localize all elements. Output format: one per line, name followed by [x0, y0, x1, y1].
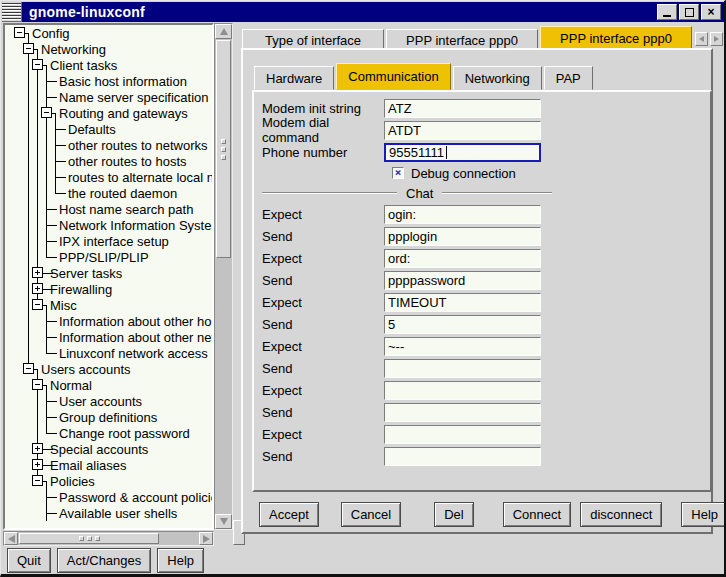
tree-expander-closed-icon[interactable]: [32, 443, 43, 454]
tree-item[interactable]: Server tasks: [5, 265, 212, 281]
act-changes-button[interactable]: Act/Changes: [57, 548, 151, 573]
chat-row-send: Send: [254, 357, 710, 379]
tab-networking[interactable]: Networking: [453, 66, 542, 90]
chat-send-input[interactable]: [384, 271, 541, 290]
tree-expander-closed-icon[interactable]: [32, 267, 43, 278]
tree-item[interactable]: Linuxconf network access: [5, 345, 212, 361]
chat-row-expect: Expect: [254, 423, 710, 445]
tree-item[interactable]: IPX interface setup: [5, 233, 212, 249]
tree-line: [55, 113, 56, 121]
scroll-left-button[interactable]: [4, 532, 18, 545]
tree-item[interactable]: Information about other netw: [5, 329, 212, 345]
close-icon: ×: [707, 6, 714, 18]
phone-number-input[interactable]: [384, 143, 541, 162]
tree-item-label: Special accounts: [50, 442, 148, 457]
maximize-button[interactable]: [679, 4, 699, 20]
connect-button[interactable]: Connect: [503, 502, 571, 527]
tree-item[interactable]: Change root password: [5, 425, 212, 441]
tree-expander-open-icon[interactable]: [41, 107, 52, 118]
tree-expander-open-icon[interactable]: [32, 59, 43, 70]
tree-item[interactable]: Special accounts: [5, 441, 212, 457]
tree-expander-closed-icon[interactable]: [32, 459, 43, 470]
tree-expander-open-icon[interactable]: [14, 27, 25, 38]
scroll-right-button[interactable]: [199, 532, 213, 545]
tree-item[interactable]: PPP/SLIP/PLIP: [5, 249, 212, 265]
chat-expect-input[interactable]: [384, 205, 541, 224]
tab-next-button[interactable]: [710, 32, 723, 46]
tree-item[interactable]: Defaults: [5, 121, 212, 137]
scroll-up-button[interactable]: [215, 24, 232, 39]
tree-line: [37, 105, 38, 121]
tree-horizontal-scrollbar[interactable]: [3, 531, 214, 546]
modem-init-input[interactable]: [384, 99, 541, 118]
tree-item[interactable]: Routing and gateways: [5, 105, 212, 121]
tree-item[interactable]: User accounts: [5, 393, 212, 409]
tree-expander-open-icon[interactable]: [23, 363, 34, 374]
cancel-button[interactable]: Cancel: [341, 502, 401, 527]
tree-expander-open-icon[interactable]: [32, 299, 43, 310]
chat-expect-input[interactable]: [384, 381, 541, 400]
tree-item[interactable]: Group definitions: [5, 409, 212, 425]
chat-field-label: Send: [262, 273, 384, 288]
debug-connection-checkbox[interactable]: ×: [392, 167, 404, 179]
scroll-down-button[interactable]: [215, 514, 232, 529]
chat-send-input[interactable]: [384, 447, 541, 466]
tree-item[interactable]: Config: [5, 25, 212, 41]
help-button[interactable]: Help: [681, 502, 726, 527]
chat-field-label: Expect: [262, 427, 384, 442]
vertical-scroll-thumb[interactable]: [216, 40, 231, 258]
tab-communication-active[interactable]: Communication: [336, 63, 450, 90]
modem-dial-input[interactable]: [384, 121, 541, 140]
tree-expander-closed-icon[interactable]: [32, 283, 43, 294]
chat-send-input[interactable]: [384, 227, 541, 246]
tree-item[interactable]: Network Information System: [5, 217, 212, 233]
tree-item[interactable]: Password & account policie: [5, 489, 212, 505]
close-button[interactable]: ×: [701, 4, 721, 20]
footer-help-button[interactable]: Help: [157, 548, 204, 573]
tree-item[interactable]: other routes to networks: [5, 137, 212, 153]
tree-item-label: User accounts: [59, 394, 142, 409]
chat-expect-input[interactable]: [384, 425, 541, 444]
tree-item[interactable]: Misc: [5, 297, 212, 313]
tree-expander-open-icon[interactable]: [23, 43, 34, 54]
tree-vertical-scrollbar[interactable]: [214, 23, 233, 530]
del-button[interactable]: Del: [434, 502, 474, 527]
tree-line: [46, 417, 57, 418]
window-menu-icon[interactable]: [2, 2, 22, 22]
disconnect-button[interactable]: disconnect: [580, 502, 662, 527]
chat-send-input[interactable]: [384, 315, 541, 334]
tree-expander-open-icon[interactable]: [32, 379, 43, 390]
tree-line: [46, 169, 47, 185]
tree-expander-open-icon[interactable]: [32, 475, 43, 486]
minimize-button[interactable]: [657, 4, 677, 20]
tab-prev-button[interactable]: [695, 32, 708, 46]
chat-expect-input[interactable]: [384, 249, 541, 268]
chat-send-input[interactable]: [384, 403, 541, 422]
tree-item[interactable]: Email aliases: [5, 457, 212, 473]
tab-hardware[interactable]: Hardware: [254, 66, 334, 90]
horizontal-scroll-thumb[interactable]: [19, 533, 159, 544]
quit-button[interactable]: Quit: [7, 548, 51, 573]
tree-item[interactable]: Networking: [5, 41, 212, 57]
tree-item[interactable]: routes to alternate local ne: [5, 169, 212, 185]
tree-item[interactable]: Firewalling: [5, 281, 212, 297]
tree-item[interactable]: the routed daemon: [5, 185, 212, 201]
chat-send-input[interactable]: [384, 359, 541, 378]
tree-item[interactable]: Policies: [5, 473, 212, 489]
tree-item[interactable]: Normal: [5, 377, 212, 393]
tree-item-label: Policies: [50, 474, 95, 489]
chat-field-label: Expect: [262, 207, 384, 222]
tree-item[interactable]: Users accounts: [5, 361, 212, 377]
tab-pap[interactable]: PAP: [544, 66, 593, 90]
accept-button[interactable]: Accept: [259, 502, 319, 527]
tree-item[interactable]: Available user shells: [5, 505, 212, 521]
tree-item-label: Information about other hosts: [59, 314, 214, 329]
tree-item[interactable]: Host name search path: [5, 201, 212, 217]
tree-item[interactable]: other routes to hosts: [5, 153, 212, 169]
tree-item[interactable]: Client tasks: [5, 57, 212, 73]
tree-item[interactable]: Information about other hosts: [5, 313, 212, 329]
chat-expect-input[interactable]: [384, 337, 541, 356]
chat-expect-input[interactable]: [384, 293, 541, 312]
tree-item[interactable]: Name server specification (D: [5, 89, 212, 105]
tree-item[interactable]: Basic host information: [5, 73, 212, 89]
